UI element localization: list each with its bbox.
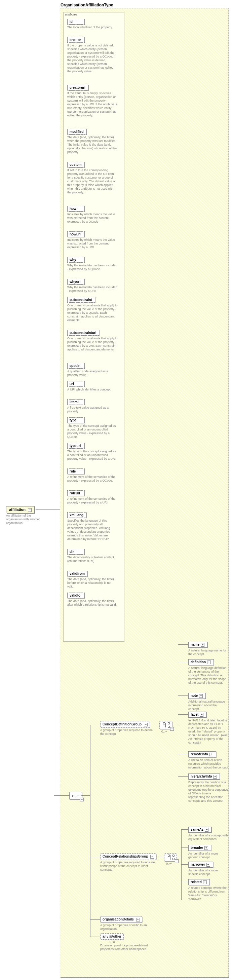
attribute-pubconstrainturi: pubconstrainturiOne or many constraints … — [67, 330, 118, 352]
sequence-compositor: − — [69, 792, 82, 800]
element-organisation-details[interactable]: organisationDetails + — [100, 916, 142, 923]
minus-icon[interactable]: − — [28, 508, 32, 512]
element-related[interactable]: related+A related concept, where the rel… — [188, 879, 229, 901]
attribute-name: typeuri — [67, 443, 85, 449]
plus-icon[interactable]: + — [205, 828, 208, 832]
attribute-desc: The date (and, optionally, the time) aft… — [67, 599, 118, 607]
element-broader[interactable]: broader+An identifier of a more generic … — [188, 845, 229, 859]
connector — [172, 725, 178, 725]
attribute-name: validfrom — [67, 571, 88, 576]
element-desc: An identifier of a concept with equivale… — [188, 834, 229, 841]
element-desc: In NAR 1.8 and later, facet is deprecate… — [188, 719, 229, 745]
attribute-desc: The type of the concept assigned as a co… — [67, 450, 118, 461]
plus-icon[interactable]: + — [201, 643, 205, 647]
element-desc: A related concept, where the relationshi… — [188, 886, 229, 901]
attribute-uri: uriA URI which identifies a concept. — [67, 381, 118, 391]
multiplicity-label: 0..∞ — [110, 940, 115, 944]
root-element-desc: An affiliation of the organisation with … — [6, 514, 43, 525]
element-label: sameAs+ — [188, 827, 211, 833]
connector — [181, 829, 188, 830]
minus-icon[interactable]: − — [144, 723, 148, 726]
minus-icon[interactable]: − — [80, 798, 84, 802]
attribute-name: howuri — [67, 231, 85, 237]
element-narrower[interactable]: narrower+An identifier of a more specifi… — [188, 862, 229, 876]
group-desc: A group of properties required to define… — [100, 729, 157, 736]
element-desc: Additional natural language information … — [188, 700, 229, 711]
group-concept-definition[interactable]: ConceptDefinitionGroup − — [100, 721, 150, 728]
element-sameas[interactable]: sameAs+An identifier of a concept with e… — [188, 827, 229, 841]
connector — [54, 509, 54, 796]
connector — [181, 882, 188, 882]
group-label: ConceptRelationshipsGroup — [103, 854, 148, 858]
type-name: OrganisationAffiliationType — [60, 3, 113, 7]
attribute-desc: The date (and, optionally, the time) whe… — [67, 135, 118, 154]
attribute-desc: Indicates by which means the value was e… — [67, 238, 118, 249]
attribute-literal: literalA free-text value assigned as a p… — [67, 399, 118, 413]
attribute-name: literal — [67, 399, 85, 405]
element-hierarchyinfo[interactable]: hierarchyInfo+Represents the position of… — [188, 773, 229, 803]
attribute-whyuri: whyuriWhy the metadata has been included… — [67, 279, 118, 293]
plus-icon[interactable]: + — [207, 863, 210, 867]
attribute-name: whyuri — [67, 279, 85, 285]
attribute-custom: customIf set to true the corresponding p… — [67, 162, 118, 194]
attribute-name: xml:lang — [67, 512, 86, 518]
connector — [152, 725, 159, 725]
plus-icon[interactable]: + — [205, 846, 208, 850]
element-label: hierarchyInfo+ — [188, 773, 220, 780]
attribute-dir: dirThe directionality of textual content… — [67, 549, 118, 563]
connector — [178, 776, 188, 776]
root-element-affiliation[interactable]: affiliation − — [6, 506, 35, 513]
plus-icon[interactable]: + — [203, 880, 207, 884]
attribute-desc: The type of the concept assigned as a co… — [67, 424, 118, 439]
element-note[interactable]: note+Additional natural language informa… — [188, 693, 229, 711]
choice-compositor: − — [159, 721, 172, 729]
attribute-name: validto — [67, 593, 85, 598]
plus-icon[interactable]: + — [213, 775, 217, 778]
attribute-desc: If the property value is not defined, sp… — [67, 44, 118, 73]
minus-icon[interactable]: − — [175, 859, 178, 863]
element-desc: An identifier of a more generic concept. — [188, 852, 229, 859]
attribute-validfrom: validfromThe date (and, optionally, the … — [67, 571, 118, 589]
plus-icon[interactable]: + — [210, 752, 213, 756]
element-desc: A natural language definition of the sem… — [188, 666, 229, 685]
connector — [90, 937, 100, 937]
element-name[interactable]: name+A natural language name for the con… — [188, 642, 229, 656]
plus-icon[interactable]: + — [136, 918, 140, 921]
connector — [178, 714, 188, 715]
element-label: organisationDetails — [103, 918, 134, 921]
plus-icon[interactable]: + — [200, 713, 203, 717]
attribute-desc: A qualified code assigned as a property … — [67, 370, 118, 377]
element-desc: Extension point for provider-defined pro… — [100, 944, 157, 951]
attribute-qcode: qcodeA qualified code assigned as a prop… — [67, 363, 118, 377]
attribute-name: modified — [67, 129, 87, 135]
connector — [178, 754, 188, 754]
attribute-id: idThe local identifier of the property. — [67, 19, 118, 29]
element-facet[interactable]: facet+In NAR 1.8 and later, facet is dep… — [188, 712, 229, 745]
element-definition[interactable]: definition+A natural language definition… — [188, 659, 229, 685]
connector — [178, 644, 178, 809]
element-label: broader+ — [188, 845, 211, 851]
element-remoteinfo[interactable]: remoteInfo+A link to an item or a web re… — [188, 751, 229, 770]
attribute-modified: modifiedThe date (and, optionally, the t… — [67, 129, 118, 154]
connector — [178, 695, 188, 696]
attribute-howuri: howuriIndicates by which means the value… — [67, 231, 118, 249]
group-concept-relationships[interactable]: ConceptRelationshipsGroup − — [100, 853, 156, 860]
multiplicity-label: 0..∞ — [161, 730, 167, 733]
attribute-desc: A URI which identifies a concept. — [67, 388, 118, 391]
attribute-role: roleA refinement of the semantics of the… — [67, 468, 118, 483]
element-label: narrower+ — [188, 862, 213, 868]
minus-icon[interactable]: − — [170, 727, 174, 731]
connector — [90, 725, 91, 937]
group-desc: A group of properties required to indica… — [100, 861, 157, 872]
attribute-desc: The directionality of textual content (e… — [67, 555, 118, 563]
any-extension-point[interactable]: any ##other — [100, 933, 124, 940]
attribute-name: type — [67, 417, 85, 423]
attribute-name: qcode — [67, 363, 85, 369]
plus-icon[interactable]: + — [207, 660, 211, 664]
minus-icon[interactable]: − — [150, 855, 154, 859]
attribute-typeuri: typeuriThe type of the concept assigned … — [67, 443, 118, 461]
element-desc: Represents the position of a concept in … — [188, 781, 229, 803]
attribute-desc: Why the metadata has been included - exp… — [67, 264, 118, 271]
plus-icon[interactable]: + — [199, 694, 203, 698]
attribute-name: dir — [67, 549, 85, 555]
